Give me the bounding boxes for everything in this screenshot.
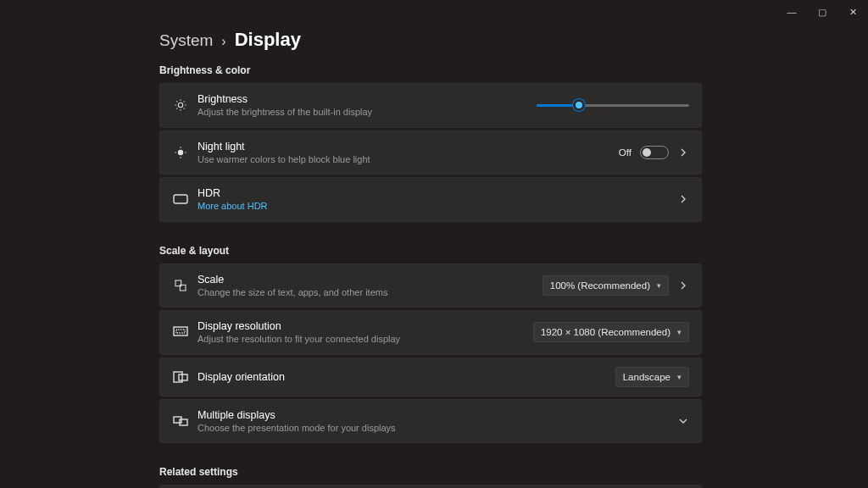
hdr-row[interactable]: HDR More about HDR [159, 177, 702, 222]
resolution-subtitle: Adjust the resolution to fit your connec… [198, 333, 533, 345]
sun-icon [170, 98, 191, 112]
svg-rect-18 [176, 330, 185, 333]
svg-rect-20 [179, 374, 187, 380]
hdr-title: HDR [198, 186, 677, 200]
multiple-title: Multiple displays [198, 408, 677, 422]
chevron-down-icon: ▾ [657, 281, 661, 290]
chevron-down-icon: ▾ [677, 328, 682, 336]
resolution-row: Display resolution Adjust the resolution… [159, 310, 702, 355]
breadcrumb-parent[interactable]: System [159, 31, 213, 50]
chevron-right-icon [677, 147, 689, 158]
multiple-subtitle: Choose the presentation mode for your di… [198, 422, 677, 434]
brightness-row: Brightness Adjust the brightness of the … [159, 83, 702, 128]
brightness-subtitle: Adjust the brightness of the built-in di… [198, 106, 537, 118]
svg-point-9 [178, 150, 182, 154]
night-light-toggle[interactable] [640, 146, 669, 159]
brightness-slider[interactable] [537, 98, 689, 112]
chevron-right-icon [677, 280, 689, 291]
svg-line-5 [176, 102, 177, 103]
chevron-right-icon: › [221, 34, 225, 49]
section-brightness-color: Brightness & color [159, 64, 702, 76]
svg-point-0 [178, 103, 182, 108]
scale-dropdown[interactable]: 100% (Recommended) ▾ [542, 275, 669, 296]
section-scale-layout: Scale & layout [159, 245, 702, 257]
orientation-title: Display orientation [198, 370, 615, 384]
night-light-state: Off [619, 147, 632, 158]
page-title: Display [235, 29, 301, 51]
brightness-title: Brightness [198, 92, 537, 106]
chevron-right-icon [677, 193, 689, 205]
night-light-subtitle: Use warmer colors to help block blue lig… [198, 153, 619, 165]
window-controls: — ▢ ✕ [776, 0, 868, 24]
chevron-down-icon [677, 415, 689, 427]
night-light-row[interactable]: Night light Use warmer colors to help bl… [159, 130, 702, 175]
maximize-button[interactable]: ▢ [807, 0, 837, 24]
svg-rect-14 [174, 195, 187, 203]
orientation-icon [170, 371, 191, 383]
svg-line-8 [184, 102, 185, 103]
night-light-icon [170, 146, 191, 159]
resolution-value: 1920 × 1080 (Recommended) [541, 327, 670, 337]
close-button[interactable]: ✕ [837, 0, 868, 24]
night-light-title: Night light [198, 140, 619, 153]
resolution-dropdown[interactable]: 1920 × 1080 (Recommended) ▾ [533, 322, 689, 342]
hdr-more-link[interactable]: More about HDR [198, 200, 677, 212]
scale-title: Scale [198, 273, 542, 286]
orientation-row: Display orientation Landscape ▾ [159, 358, 702, 396]
advanced-display-row[interactable]: Advanced display Display information, re… [159, 485, 702, 488]
resolution-title: Display resolution [198, 319, 533, 333]
scale-row[interactable]: Scale Change the size of text, apps, and… [159, 263, 702, 308]
orientation-value: Landscape [623, 372, 670, 382]
resolution-icon [170, 326, 191, 338]
minimize-button[interactable]: — [776, 0, 807, 24]
breadcrumb: System › Display [159, 29, 702, 51]
chevron-down-icon: ▾ [677, 373, 682, 381]
scale-icon [170, 279, 191, 292]
scale-value: 100% (Recommended) [550, 280, 650, 291]
orientation-dropdown[interactable]: Landscape ▾ [615, 367, 689, 387]
section-related: Related settings [159, 466, 702, 478]
hdr-icon [170, 194, 191, 204]
settings-page: System › Display Brightness & color Brig… [159, 29, 702, 488]
multiple-displays-row[interactable]: Multiple displays Choose the presentatio… [159, 399, 702, 444]
multiple-displays-icon [170, 415, 191, 427]
svg-line-6 [184, 108, 185, 109]
svg-line-7 [176, 108, 177, 109]
scale-subtitle: Change the size of text, apps, and other… [198, 286, 542, 298]
